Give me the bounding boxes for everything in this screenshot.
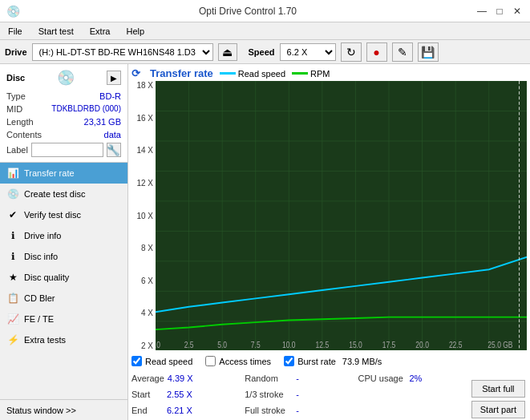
- menu-file[interactable]: File: [5, 25, 26, 38]
- stats-empty-row-1: [358, 386, 471, 402]
- disc-quality-icon: ★: [6, 271, 19, 284]
- disc-label-edit-button[interactable]: 🔧: [107, 143, 121, 157]
- read-speed-checkbox-label[interactable]: Read speed: [145, 357, 192, 366]
- disc-panel-header: Disc 💿 ▶: [6, 69, 121, 87]
- nav-verify-test-disc[interactable]: ✔ Verify test disc: [0, 204, 127, 225]
- stats-col-1: Average 4.39 X Start 2.55 X End 6.21 X: [131, 370, 245, 418]
- disc-contents-row: Contents data: [6, 128, 121, 141]
- speed-label: Speed: [249, 47, 275, 57]
- sidebar: Disc 💿 ▶ Type BD-R MID TDKBLDRBD (000) L…: [0, 64, 128, 420]
- extra-tests-icon: ⚡: [6, 333, 19, 346]
- status-window-label: Status window >>: [6, 406, 76, 415]
- menu-help[interactable]: Help: [123, 25, 148, 38]
- disc-length-row: Length 23,31 GB: [6, 115, 121, 128]
- disc-info-button[interactable]: ▶: [107, 71, 121, 85]
- chart-area: ⟳ Transfer rate Read speed RPM 18 X 16 X…: [128, 64, 530, 353]
- menu-extra[interactable]: Extra: [87, 25, 114, 38]
- start-full-button[interactable]: Start full: [471, 380, 525, 398]
- svg-text:22.5: 22.5: [449, 340, 463, 350]
- svg-text:12.5: 12.5: [316, 340, 330, 350]
- y-axis: 18 X 16 X 14 X 12 X 10 X 8 X 6 X 4 X 2 X: [131, 81, 156, 350]
- write-button[interactable]: ✎: [392, 42, 413, 62]
- nav-disc-quality[interactable]: ★ Disc quality: [0, 267, 127, 288]
- app-title: Opti Drive Control 1.70: [199, 6, 297, 17]
- drive-select[interactable]: (H:) HL-DT-ST BD-RE WH16NS48 1.D3: [32, 43, 213, 61]
- access-times-checkbox-label[interactable]: Access times: [219, 357, 271, 366]
- disc-type-row: Type BD-R: [6, 90, 121, 103]
- main-layout: Disc 💿 ▶ Type BD-R MID TDKBLDRBD (000) L…: [0, 64, 530, 420]
- menu-bar: File Start test Extra Help: [0, 22, 530, 40]
- fe-te-icon: 📈: [6, 313, 19, 325]
- nav-drive-info[interactable]: ℹ Drive info: [0, 225, 127, 246]
- drive-info-icon: ℹ: [6, 229, 19, 242]
- stats-area: Average 4.39 X Start 2.55 X End 6.21 X R…: [128, 369, 530, 420]
- svg-text:17.5: 17.5: [382, 340, 396, 350]
- svg-text:20.0: 20.0: [415, 340, 429, 350]
- disc-panel: Disc 💿 ▶ Type BD-R MID TDKBLDRBD (000) L…: [0, 64, 127, 163]
- legend-rpm: RPM: [292, 69, 330, 79]
- menu-start-test[interactable]: Start test: [35, 25, 77, 38]
- nav-fe-te[interactable]: 📈 FE / TE: [0, 309, 127, 329]
- stats-1-3-stroke-row: 1/3 stroke -: [245, 386, 358, 402]
- stats-col-3: CPU usage 2%: [358, 370, 471, 418]
- chart-title-row: ⟳ Transfer rate Read speed RPM: [131, 67, 527, 79]
- disc-mid-row: MID TDKBLDRBD (000): [6, 103, 121, 115]
- access-times-checkbox-item: Access times: [205, 356, 271, 366]
- stats-buttons-col: Start full Start part: [471, 370, 530, 418]
- chart-svg: 0.0 2.5 5.0 7.5 10.0 12.5 15.0 17.5 20.0…: [156, 81, 527, 350]
- minimize-button[interactable]: —: [475, 5, 488, 18]
- nav-extra-tests[interactable]: ⚡ Extra tests: [0, 329, 127, 350]
- create-disc-icon: 💿: [6, 188, 19, 200]
- access-times-checkbox[interactable]: [205, 356, 216, 366]
- chart-wrapper: 18 X 16 X 14 X 12 X 10 X 8 X 6 X 4 X 2 X: [131, 81, 527, 350]
- nav-menu: 📊 Transfer rate 💿 Create test disc ✔ Ver…: [0, 163, 127, 399]
- stats-full-stroke-row: Full stroke -: [245, 402, 358, 418]
- read-speed-checkbox[interactable]: [131, 356, 142, 366]
- stats-empty-row-2: [358, 402, 471, 418]
- transfer-rate-icon: 📊: [6, 167, 19, 180]
- save-button[interactable]: 💾: [418, 42, 439, 62]
- drive-label: Drive: [5, 47, 27, 57]
- disc-label-row: Label 🔧: [6, 143, 121, 157]
- close-button[interactable]: ✕: [511, 5, 524, 18]
- burst-rate-checkbox-label[interactable]: Burst rate: [297, 357, 336, 366]
- nav-create-test-disc[interactable]: 💿 Create test disc: [0, 184, 127, 204]
- nav-transfer-rate[interactable]: 📊 Transfer rate: [0, 163, 127, 184]
- verify-disc-icon: ✔: [6, 208, 19, 221]
- svg-text:10.0: 10.0: [282, 340, 296, 350]
- svg-text:0.0: 0.0: [156, 340, 160, 350]
- chart-title: Transfer rate: [150, 67, 213, 79]
- burst-rate-checkbox[interactable]: [284, 356, 294, 366]
- stats-col-2: Random - 1/3 stroke - Full stroke -: [245, 370, 358, 418]
- burst-rate-value: 73.9 MB/s: [342, 357, 382, 366]
- nav-cd-bler[interactable]: 📋 CD Bler: [0, 288, 127, 309]
- stats-cpu-row: CPU usage 2%: [358, 370, 471, 386]
- svg-text:25.0 GB: 25.0 GB: [488, 340, 512, 350]
- disc-label-input[interactable]: [31, 143, 103, 157]
- checkbox-row: Read speed Access times Burst rate 73.9 …: [128, 353, 530, 369]
- start-part-button[interactable]: Start part: [471, 401, 525, 418]
- status-window-button[interactable]: Status window >>: [0, 399, 127, 420]
- stats-random-row: Random -: [245, 370, 358, 386]
- chart-svg-container: 0.0 2.5 5.0 7.5 10.0 12.5 15.0 17.5 20.0…: [156, 81, 527, 350]
- disc-panel-title: Disc: [6, 73, 25, 83]
- svg-text:15.0: 15.0: [349, 340, 362, 350]
- title-bar: 💿 Opti Drive Control 1.70 — □ ✕: [0, 0, 530, 22]
- cd-bler-icon: 📋: [6, 292, 19, 305]
- maximize-button[interactable]: □: [493, 5, 506, 18]
- title-controls: — □ ✕: [475, 5, 524, 18]
- refresh-button[interactable]: ↻: [341, 42, 362, 62]
- nav-disc-info[interactable]: ℹ Disc info: [0, 246, 127, 267]
- stats-average-row: Average 4.39 X: [131, 370, 245, 386]
- eject-button[interactable]: ⏏: [218, 43, 237, 61]
- disc-button[interactable]: ●: [366, 42, 387, 62]
- read-speed-checkbox-item: Read speed: [131, 356, 192, 366]
- content-area: ⟳ Transfer rate Read speed RPM 18 X 16 X…: [128, 64, 530, 420]
- speed-select[interactable]: 6.2 X: [280, 43, 336, 61]
- burst-rate-checkbox-item: Burst rate 73.9 MB/s: [284, 356, 382, 366]
- legend-read-speed: Read speed: [220, 69, 285, 79]
- svg-text:2.5: 2.5: [184, 340, 194, 350]
- disc-icon: 💿: [57, 69, 75, 87]
- app-icon: 💿: [6, 5, 20, 18]
- disc-info-icon: ℹ: [6, 250, 19, 263]
